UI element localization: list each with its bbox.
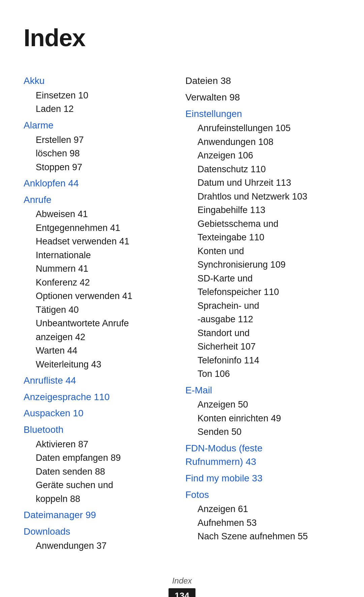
index-sub-item: Aktivieren 87 [36,438,172,451]
index-link[interactable]: Find my mobile 33 [185,473,263,483]
index-section: FotosAnzeigen 61Aufnehmen 53Nach Szene a… [185,488,340,543]
footer-label: Index [24,575,340,587]
index-plain-item: Dateien 38 [185,74,340,88]
index-sub-item: Drahtlos und Netzwerk 103 [198,190,340,204]
index-sub-item: Daten senden 88 [36,465,172,479]
index-link[interactable]: Downloads [24,526,70,537]
index-section: Verwalten 98 [185,91,340,105]
index-link[interactable]: Auspacken 10 [24,408,83,418]
index-section-header: Anrufliste 44 [24,374,172,388]
index-sub-item: Anwendungen 108 [198,135,340,149]
index-link[interactable]: Akku [24,76,44,86]
index-sub-list: Anrufeinstellungen 105Anwendungen 108Anz… [185,121,340,381]
index-link[interactable]: Fotos [185,489,209,500]
index-link[interactable]: Alarme [24,120,54,130]
index-section-header: Einstellungen [185,107,340,121]
index-section: Anrufliste 44 [24,374,172,388]
index-section: Anzeigesprache 110 [24,390,172,404]
index-section: AnrufeAbweisen 41Entgegennehmen 41Headse… [24,193,172,371]
index-sub-item: Konten einrichten 49 [198,412,340,425]
index-section-header: Dateimanager 99 [24,508,172,522]
index-section-header: FDN-Modus (feste Rufnummern) 43 [185,442,340,469]
index-sub-list: Erstellen 97löschen 98Stoppen 97 [24,133,172,174]
index-sub-item: Anwendungen 37 [36,539,172,553]
index-link[interactable]: Dateimanager 99 [24,510,96,520]
index-sub-item: Aufnehmen 53 [198,516,340,530]
index-sub-item: Ton 106 [198,367,340,381]
index-link[interactable]: Anrufe [24,195,52,205]
index-sub-list: Aktivieren 87Daten empfangen 89Daten sen… [24,438,172,506]
index-section: Auspacken 10 [24,407,172,420]
index-sub-item: Entgegennehmen 41 [36,221,172,235]
index-sub-item: Konten und Synchronisierung 109 [198,244,340,272]
index-plain-item: Verwalten 98 [185,91,340,105]
index-sub-item: Optionen verwenden 41 [36,289,172,303]
index-sub-item: Unbeantwortete Anrufe anzeigen 42 [36,317,172,344]
index-section: Anklopfen 44 [24,177,172,190]
index-sub-item: Weiterleitung 43 [36,358,172,371]
index-section: AkkuEinsetzen 10Laden 12 [24,74,172,116]
index-section: Dateien 38 [185,74,340,88]
index-sub-item: Sprachein- und -ausgabe 112 [198,299,340,326]
index-columns: AkkuEinsetzen 10Laden 12AlarmeErstellen … [24,71,340,555]
left-column: AkkuEinsetzen 10Laden 12AlarmeErstellen … [24,71,182,555]
index-section: FDN-Modus (feste Rufnummern) 43 [185,442,340,469]
index-section: EinstellungenAnrufeinstellungen 105Anwen… [185,107,340,381]
index-section-header: Anzeigesprache 110 [24,390,172,404]
index-section-header: Anklopfen 44 [24,177,172,190]
index-section-header: Find my mobile 33 [185,472,340,485]
page-footer: Index 134 [24,575,340,597]
index-link[interactable]: Anklopfen 44 [24,178,79,188]
index-link[interactable]: Anrufliste 44 [24,375,76,386]
index-sub-item: Datenschutz 110 [198,162,340,176]
index-sub-item: Telefoninfo 114 [198,354,340,367]
index-section: BluetoothAktivieren 87Daten empfangen 89… [24,423,172,506]
index-sub-item: Standort und Sicherheit 107 [198,326,340,354]
index-sub-item: Erstellen 97 [36,133,172,147]
index-sub-item: Datum und Uhrzeit 113 [198,176,340,190]
index-sub-item: Anrufeinstellungen 105 [198,121,340,135]
index-sub-item: Eingabehilfe 113 [198,203,340,217]
index-sub-item: SD-Karte und Telefonspeicher 110 [198,272,340,299]
index-sub-item: Anzeigen 50 [198,398,340,412]
index-sub-item: Senden 50 [198,425,340,439]
index-link[interactable]: FDN-Modus (feste Rufnummern) 43 [185,443,263,467]
index-item-text: Verwalten 98 [185,92,240,102]
index-section: Find my mobile 33 [185,472,340,485]
index-sub-item: Konferenz 42 [36,276,172,290]
index-sub-list: Abweisen 41Entgegennehmen 41Headset verw… [24,207,172,371]
index-sub-list: Anzeigen 50Konten einrichten 49Senden 50 [185,398,340,439]
index-sub-list: Anwendungen 37 [24,539,172,553]
right-column: Dateien 38Verwalten 98EinstellungenAnruf… [182,71,340,545]
index-section-header: Auspacken 10 [24,407,172,420]
index-link[interactable]: Einstellungen [185,109,242,119]
index-section-header: Akku [24,74,172,88]
index-sub-item: Anzeigen 61 [198,502,340,516]
index-sub-item: Laden 12 [36,102,172,116]
index-section-header: Alarme [24,119,172,132]
index-section: E-MailAnzeigen 50Konten einrichten 49Sen… [185,384,340,439]
index-sub-item: Einsetzen 10 [36,89,172,102]
index-section-header: E-Mail [185,384,340,397]
index-section: Dateimanager 99 [24,508,172,522]
index-sub-item: Internationale Nummern 41 [36,248,172,276]
index-section-header: Fotos [185,488,340,502]
index-sub-list: Anzeigen 61Aufnehmen 53Nach Szene aufneh… [185,502,340,543]
index-sub-item: Gebietsschema und Texteingabe 110 [198,217,340,244]
index-sub-item: Tätigen 40 [36,303,172,317]
index-sub-item: Nach Szene aufnehmen 55 [198,530,340,543]
index-sub-list: Einsetzen 10Laden 12 [24,89,172,116]
index-sub-item: Anzeigen 106 [198,149,340,162]
index-section-header: Bluetooth [24,423,172,437]
index-link[interactable]: Anzeigesprache 110 [24,392,110,402]
index-item-text: Dateien 38 [185,76,231,86]
index-section: DownloadsAnwendungen 37 [24,525,172,553]
index-sub-item: löschen 98 [36,147,172,160]
index-section-header: Anrufe [24,193,172,207]
index-sub-item: Abweisen 41 [36,207,172,221]
page-title: Index [24,20,340,55]
index-section-header: Downloads [24,525,172,539]
index-link[interactable]: Bluetooth [24,424,63,435]
index-link[interactable]: E-Mail [185,385,212,395]
index-sub-item: Headset verwenden 41 [36,235,172,248]
